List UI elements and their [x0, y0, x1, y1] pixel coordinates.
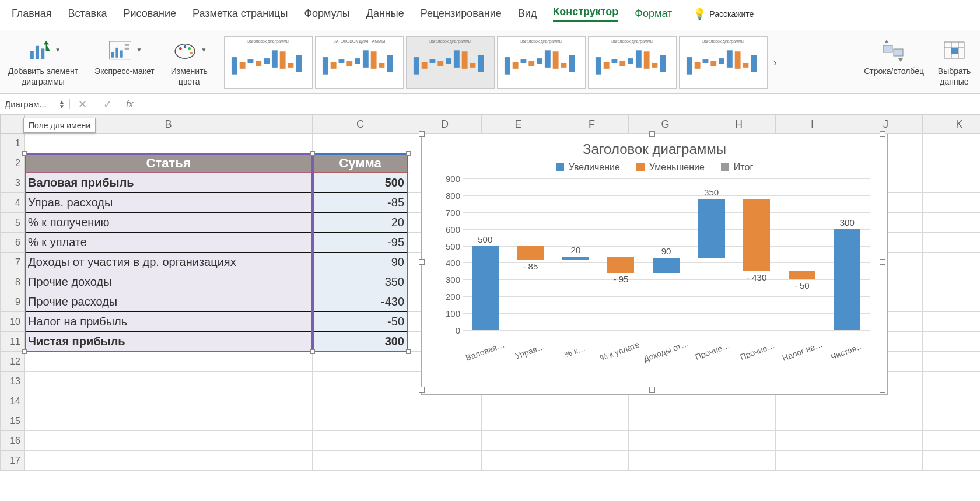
cell[interactable]: Налог на прибыль [24, 312, 313, 332]
chart-resize-handle[interactable] [649, 131, 655, 137]
selection-handle[interactable] [22, 349, 27, 354]
chart-title[interactable]: Заголовок диаграммы [422, 134, 887, 162]
chart-resize-handle[interactable] [880, 387, 886, 393]
cell[interactable] [482, 451, 555, 471]
cell[interactable] [24, 352, 313, 372]
cell[interactable]: 500 [313, 173, 408, 193]
cell[interactable] [629, 451, 702, 471]
selection-handle[interactable] [310, 151, 315, 156]
add-chart-element-button[interactable]: ▼ Добавить элемент диаграммы [8, 36, 78, 87]
cell[interactable] [408, 411, 482, 431]
cell[interactable] [702, 431, 776, 451]
cell[interactable] [24, 411, 313, 431]
cell[interactable] [923, 451, 980, 471]
cell[interactable] [24, 372, 313, 391]
chart-bar[interactable] [789, 271, 816, 279]
cell[interactable] [24, 134, 313, 153]
row-header[interactable]: 1 [0, 134, 24, 153]
tab-home[interactable]: Главная [12, 8, 52, 20]
selection-handle[interactable] [310, 349, 315, 354]
chart-bar[interactable] [472, 246, 499, 330]
cell[interactable] [629, 431, 702, 451]
cell[interactable] [702, 411, 776, 431]
chart-style-6[interactable]: Заголовок диаграммы [679, 36, 768, 89]
column-header[interactable]: H [702, 115, 776, 134]
chart-bar[interactable] [607, 257, 634, 272]
cell[interactable] [923, 312, 980, 332]
cell[interactable] [923, 292, 980, 312]
cell[interactable] [482, 431, 555, 451]
row-header[interactable]: 4 [0, 193, 24, 213]
chart-resize-handle[interactable] [419, 259, 425, 265]
column-header[interactable]: F [555, 115, 629, 134]
cell[interactable] [313, 134, 408, 153]
cell[interactable] [313, 431, 408, 451]
chart-resize-handle[interactable] [419, 131, 425, 137]
cell[interactable] [923, 272, 980, 292]
row-header[interactable]: 3 [0, 173, 24, 193]
column-header[interactable]: J [849, 115, 923, 134]
cell[interactable]: Валовая прибыль [24, 173, 313, 193]
cell[interactable] [923, 352, 980, 372]
cell[interactable]: Доходы от участия в др. организациях [24, 253, 313, 272]
chart-plot-area[interactable]: 0100200300400500600700800900500- 8520- 9… [463, 178, 870, 342]
selection-handle[interactable] [406, 151, 411, 156]
cell[interactable]: 300 [313, 332, 408, 352]
cells-area[interactable]: СтатьяСуммаВаловая прибыль500Управ. расх… [24, 134, 980, 471]
cell[interactable] [313, 451, 408, 471]
row-header[interactable]: 17 [0, 451, 24, 471]
cell[interactable] [776, 451, 849, 471]
row-header[interactable]: 10 [0, 312, 24, 332]
row-header[interactable]: 7 [0, 253, 24, 272]
row-header[interactable]: 2 [0, 153, 24, 173]
cell[interactable] [702, 451, 776, 471]
tab-insert[interactable]: Вставка [68, 8, 107, 20]
cell[interactable]: -50 [313, 312, 408, 332]
cell[interactable]: Прочие доходы [24, 272, 313, 292]
cell[interactable]: Статья [24, 153, 313, 173]
chart-style-2[interactable]: ЗАГОЛОВОК ДИАГРАММЫ [315, 36, 404, 89]
column-header[interactable]: E [482, 115, 555, 134]
column-header[interactable]: K [923, 115, 980, 134]
change-colors-button[interactable]: ▼ Изменить цвета [171, 36, 208, 87]
cell[interactable] [923, 332, 980, 352]
chart-object[interactable]: Заголовок диаграммыУвеличениеУменьшениеИ… [421, 134, 888, 395]
chart-style-5[interactable]: Заголовок диаграммы [588, 36, 677, 89]
column-header[interactable]: G [629, 115, 702, 134]
row-header[interactable]: 15 [0, 411, 24, 431]
row-header[interactable]: 5 [0, 213, 24, 233]
cell[interactable] [923, 193, 980, 213]
cell[interactable]: Управ. расходы [24, 193, 313, 213]
cell[interactable]: % к получению [24, 213, 313, 233]
cell[interactable] [923, 372, 980, 391]
cell[interactable]: 350 [313, 272, 408, 292]
cell[interactable] [313, 372, 408, 391]
tab-data[interactable]: Данные [366, 8, 404, 20]
row-header[interactable]: 16 [0, 431, 24, 451]
chart-bar[interactable] [653, 258, 680, 273]
row-header[interactable]: 9 [0, 292, 24, 312]
tab-formulas[interactable]: Формулы [304, 8, 349, 20]
chart-bar[interactable] [698, 199, 725, 258]
cell[interactable] [849, 451, 923, 471]
cell[interactable]: -85 [313, 193, 408, 213]
tell-me[interactable]: 💡 Расскажите [693, 8, 754, 20]
cell[interactable] [24, 391, 313, 411]
cell[interactable]: -95 [313, 233, 408, 253]
cell[interactable] [776, 411, 849, 431]
quick-layout-button[interactable]: ▼ Экспресс-макет [94, 36, 155, 77]
chart-resize-handle[interactable] [880, 131, 886, 137]
cell[interactable] [923, 431, 980, 451]
cell[interactable] [408, 431, 482, 451]
cell[interactable] [555, 431, 629, 451]
row-header[interactable]: 13 [0, 372, 24, 391]
select-data-button[interactable]: Выбрать данные [937, 36, 972, 87]
cell[interactable] [313, 391, 408, 411]
cell[interactable] [555, 411, 629, 431]
cell[interactable] [482, 411, 555, 431]
chart-bar[interactable] [743, 199, 770, 271]
row-header[interactable]: 12 [0, 352, 24, 372]
cell[interactable]: 20 [313, 213, 408, 233]
tab-draw[interactable]: Рисование [123, 8, 176, 20]
cell[interactable]: Сумма [313, 153, 408, 173]
